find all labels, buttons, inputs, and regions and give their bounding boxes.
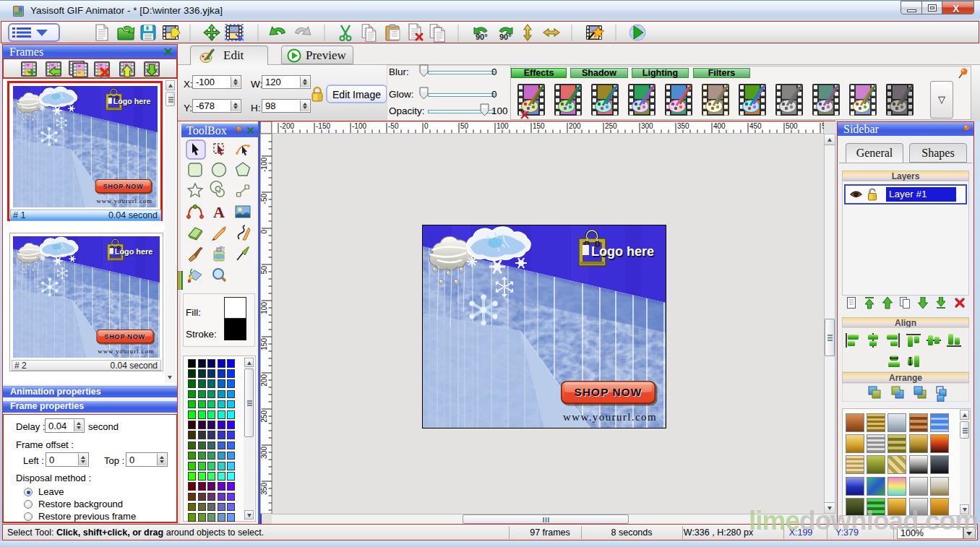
svg-text:450: 450 bbox=[749, 122, 762, 130]
svg-text:0: 0 bbox=[424, 122, 429, 130]
svg-text:300: 300 bbox=[641, 122, 653, 130]
svg-text:90°: 90° bbox=[499, 33, 512, 41]
svg-text:90°: 90° bbox=[476, 33, 488, 41]
svg-text:-50: -50 bbox=[388, 122, 399, 130]
svg-text:550: 550 bbox=[822, 122, 824, 130]
svg-text:350: 350 bbox=[677, 122, 689, 130]
svg-text:-50: -50 bbox=[260, 194, 268, 204]
svg-text:-100: -100 bbox=[352, 122, 366, 130]
svg-text:-200: -200 bbox=[280, 122, 294, 130]
svg-text:400: 400 bbox=[713, 122, 726, 130]
svg-text:-100: -100 bbox=[260, 158, 268, 172]
svg-text:0: 0 bbox=[260, 230, 268, 234]
svg-text:300: 300 bbox=[260, 447, 268, 459]
svg-text:-150: -150 bbox=[316, 122, 330, 130]
svg-text:250: 250 bbox=[260, 410, 268, 423]
svg-text:50: 50 bbox=[260, 266, 268, 275]
svg-text:200: 200 bbox=[260, 374, 268, 387]
svg-text:150: 150 bbox=[260, 338, 268, 350]
svg-text:250: 250 bbox=[605, 122, 617, 130]
svg-text:100: 100 bbox=[497, 122, 509, 130]
svg-text:50: 50 bbox=[460, 122, 469, 130]
svg-text:100: 100 bbox=[260, 302, 268, 314]
svg-text:200: 200 bbox=[569, 122, 581, 130]
svg-text:500: 500 bbox=[786, 122, 798, 130]
svg-text:A: A bbox=[213, 203, 225, 221]
svg-text:350: 350 bbox=[260, 483, 268, 495]
svg-text:150: 150 bbox=[533, 122, 545, 130]
